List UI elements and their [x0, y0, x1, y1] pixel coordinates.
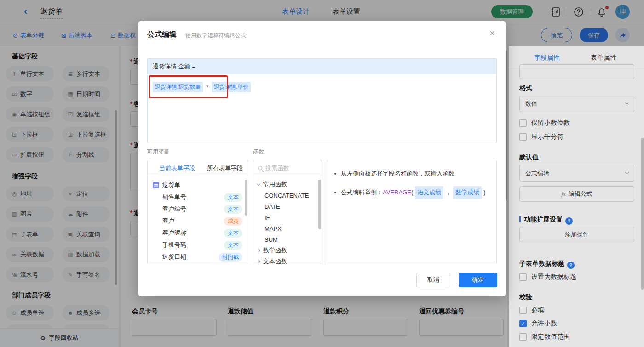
- variable-row[interactable]: 客户昵称 文本: [148, 227, 248, 239]
- function-item[interactable]: DATE: [253, 201, 322, 212]
- function-item[interactable]: IF: [253, 212, 322, 223]
- type-badge: 文本: [224, 241, 242, 250]
- close-icon[interactable]: ×: [487, 28, 498, 39]
- function-item[interactable]: CONCATENATE: [253, 190, 322, 201]
- dim-overlay-light: [509, 46, 644, 347]
- chevron-right-icon: [257, 249, 260, 252]
- functions-panel: 常用函数 CONCATENATE DATE IF MAPX SUM 数学函数 文…: [253, 160, 322, 264]
- chevron-down-icon: [257, 182, 260, 186]
- bullet-icon: [334, 192, 336, 193]
- type-badge: 文本: [224, 193, 242, 202]
- annotation-red-box: [149, 75, 228, 98]
- variable-name: 手机号码: [162, 241, 186, 249]
- function-item[interactable]: SUM: [253, 234, 322, 245]
- function-group-math[interactable]: 数学函数: [253, 245, 322, 256]
- variables-tabs: 当前表单字段 所有表单字段: [148, 160, 248, 176]
- function-group-common[interactable]: 常用函数: [253, 179, 322, 190]
- confirm-button[interactable]: 确定: [459, 273, 497, 287]
- function-group-label: 常用函数: [263, 180, 287, 188]
- variable-name: 销售单号: [162, 193, 186, 201]
- formula-editor-modal: 公式编辑 使用数学运算符编辑公式 × 退货详情.金额 = 退货详情.退货数量 *…: [138, 21, 506, 296]
- search-input[interactable]: [265, 165, 308, 171]
- variable-row[interactable]: 客户编号 文本: [148, 203, 248, 215]
- form-node-label: 退货单: [162, 181, 180, 189]
- variable-name: 客户编号: [162, 205, 186, 213]
- functions-scrollbar[interactable]: [318, 180, 321, 229]
- function-item[interactable]: MAPX: [253, 223, 322, 234]
- variables-label: 可用变量: [147, 148, 169, 156]
- function-group-text[interactable]: 文本函数: [253, 256, 322, 264]
- formula-editor-area[interactable]: 退货详情.金额 = 退货详情.退货数量 * 退货详情.单价: [147, 58, 497, 143]
- tip-line-example: 公式编辑举例： AVERAGE ( 语文成绩 ， 数学成绩 ): [334, 186, 489, 199]
- type-badge: 文本: [224, 229, 242, 238]
- formula-target: 退货详情.金额 =: [148, 59, 496, 74]
- function-search: [253, 160, 322, 176]
- functions-label: 函数: [253, 148, 264, 156]
- app-screen: ‹ 退货单 表单设计 表单设置 数据管理 理 ⊘ 表单外链: [0, 0, 644, 347]
- tips-panel: 从左侧面板选择字段名和函数，或输入函数 公式编辑举例： AVERAGE ( 语文…: [327, 160, 497, 264]
- tab-all-form-fields[interactable]: 所有表单字段: [207, 164, 243, 172]
- function-group-label: 数学函数: [263, 246, 287, 255]
- variable-name: 客户: [162, 217, 174, 225]
- form-node[interactable]: 退货单: [148, 179, 248, 191]
- modal-title: 公式编辑: [147, 30, 177, 40]
- tab-current-form-fields[interactable]: 当前表单字段: [159, 164, 195, 172]
- type-badge: 时间戳: [218, 253, 242, 262]
- bullet-icon: [334, 173, 336, 175]
- tip-line: 从左侧面板选择字段名和函数，或输入函数: [334, 169, 489, 179]
- form-doc-icon: [153, 182, 159, 188]
- example-chip: 数学成绩: [453, 186, 482, 199]
- example-chip: 语文成绩: [415, 186, 443, 199]
- variables-scrollbar[interactable]: [245, 180, 247, 216]
- cancel-button[interactable]: 取消: [416, 273, 450, 287]
- search-icon: [258, 166, 262, 170]
- function-group-label: 文本函数: [263, 257, 287, 264]
- variables-panel: 当前表单字段 所有表单字段 退货单 销售单号 文本 客户编号 文本 客户 成员 …: [147, 160, 248, 264]
- variable-row[interactable]: 销售单号 文本: [148, 191, 248, 203]
- variable-name: 退货日期: [162, 253, 186, 261]
- variable-row[interactable]: 退货日期 时间戳: [148, 251, 248, 263]
- type-badge: 成员: [224, 217, 242, 226]
- variable-row[interactable]: 手机号码 文本: [148, 239, 248, 251]
- variable-row[interactable]: 客户 成员: [148, 215, 248, 227]
- chevron-right-icon: [257, 260, 260, 263]
- example-function-name: AVERAGE: [383, 188, 411, 198]
- modal-subtitle: 使用数学运算符编辑公式: [185, 32, 246, 40]
- type-badge: 文本: [224, 205, 242, 214]
- variable-name: 客户昵称: [162, 229, 186, 237]
